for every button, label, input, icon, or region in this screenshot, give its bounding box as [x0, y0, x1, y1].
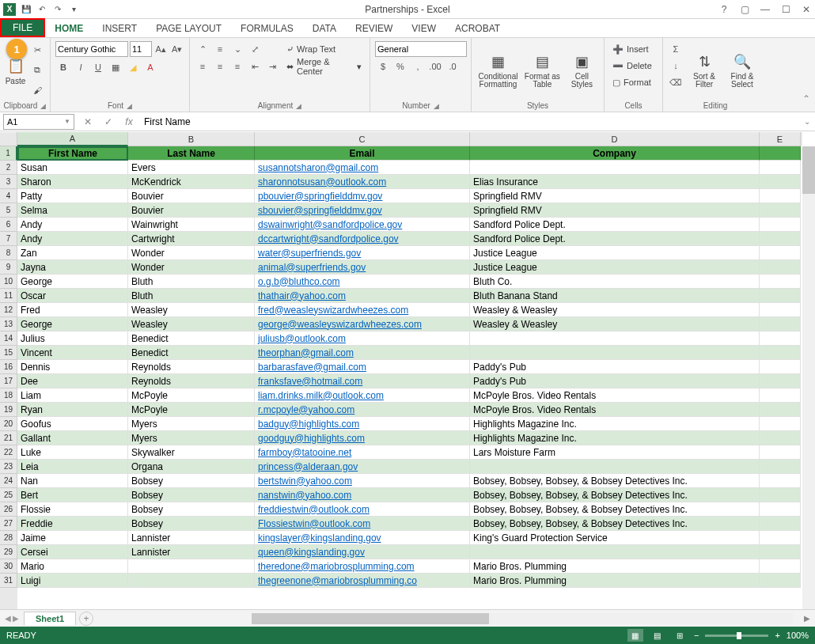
row-header[interactable]: 28 [0, 531, 17, 545]
row-header[interactable]: 18 [0, 388, 17, 403]
align-bottom-icon[interactable]: ⌄ [229, 41, 245, 57]
cell[interactable]: Sandford Police Dept. [470, 232, 760, 246]
cell[interactable]: George [17, 317, 128, 331]
cell[interactable]: Jayna [17, 260, 128, 275]
cell[interactable]: King's Guard Protection Service [470, 531, 760, 545]
row-header[interactable]: 5 [0, 203, 17, 218]
increase-decimal-icon[interactable]: .00 [427, 59, 443, 74]
collapse-ribbon-icon[interactable]: ⌃ [802, 93, 810, 104]
cell[interactable] [760, 488, 801, 502]
cell[interactable]: Jaime [17, 531, 128, 545]
number-format-select[interactable] [375, 41, 467, 57]
zoom-level[interactable]: 100% [787, 631, 809, 640]
horizontal-scrollbar[interactable] [252, 613, 793, 624]
row-header[interactable]: 20 [0, 417, 17, 431]
tab-review[interactable]: REVIEW [346, 20, 402, 37]
enter-formula-icon[interactable]: ✓ [98, 114, 119, 130]
cell[interactable] [760, 161, 801, 175]
cell[interactable] [760, 331, 801, 346]
row-header[interactable]: 14 [0, 331, 17, 346]
cell[interactable]: First Name [17, 146, 128, 161]
cell[interactable]: Wonder [128, 246, 255, 260]
cell[interactable]: goodguy@highlights.com [255, 431, 470, 445]
cell[interactable] [760, 431, 801, 445]
cell[interactable]: r.mcpoyle@yahoo.com [255, 403, 470, 417]
cell[interactable]: thegreenone@mariobrosplumming.co [255, 574, 470, 588]
currency-icon[interactable]: $ [375, 59, 391, 74]
cell[interactable]: Myers [128, 417, 255, 431]
cell[interactable] [760, 388, 801, 403]
cell[interactable]: Sandford Police Dept. [470, 218, 760, 232]
maximize-icon[interactable]: ☐ [780, 4, 791, 15]
cell[interactable]: kingslayer@kingslanding.gov [255, 531, 470, 545]
cell[interactable]: Bouvier [128, 189, 255, 203]
cell[interactable]: Flossie [17, 502, 128, 517]
alignment-launcher-icon[interactable]: ◢ [296, 102, 301, 110]
cell[interactable]: Bobsey, Bobsey, Bobsey, & Bobsey Detecti… [470, 488, 760, 502]
cell[interactable]: Patty [17, 189, 128, 203]
cell[interactable]: Weasley & Weasley [470, 317, 760, 331]
cell[interactable]: Wonder [128, 260, 255, 275]
cell[interactable]: Nan [17, 474, 128, 488]
row-header[interactable]: 13 [0, 317, 17, 331]
vertical-scrollbar[interactable] [802, 146, 815, 609]
cell[interactable] [760, 374, 801, 388]
cell[interactable]: juliusb@outlook.com [255, 331, 470, 346]
cell[interactable]: Dee [17, 374, 128, 388]
cell[interactable]: Springfield RMV [470, 189, 760, 203]
cell[interactable]: Last Name [128, 146, 255, 161]
cell[interactable]: Bert [17, 488, 128, 502]
cell[interactable]: Lars Moisture Farm [470, 445, 760, 460]
cell[interactable]: Leia [17, 460, 128, 474]
row-header[interactable]: 27 [0, 517, 17, 531]
cell[interactable]: Mario Bros. Plumming [470, 559, 760, 574]
increase-indent-icon[interactable]: ⇥ [264, 59, 280, 74]
cell[interactable]: Flossiestwin@outlook.com [255, 517, 470, 531]
cell[interactable]: Mario [17, 559, 128, 574]
underline-button[interactable]: U [90, 59, 106, 75]
format-cells-button[interactable]: ▢Format [609, 74, 658, 90]
row-header[interactable]: 8 [0, 246, 17, 260]
cell[interactable] [760, 246, 801, 260]
cell[interactable]: Justice League [470, 246, 760, 260]
cell[interactable]: fred@weasleyswizardwheezes.com [255, 303, 470, 317]
scroll-thumb[interactable] [802, 146, 815, 194]
cell[interactable]: george@weasleyswizardwheezes.com [255, 317, 470, 331]
row-header[interactable]: 4 [0, 189, 17, 203]
ribbon-options-icon[interactable]: ▢ [739, 4, 750, 15]
column-header[interactable]: B [128, 132, 255, 146]
cell[interactable]: o.g.b@bluthco.com [255, 275, 470, 289]
row-header[interactable]: 12 [0, 303, 17, 317]
cell[interactable]: dccartwright@sandfordpolice.gov [255, 232, 470, 246]
page-break-view-icon[interactable]: ⊞ [672, 629, 688, 642]
row-header[interactable]: 19 [0, 403, 17, 417]
cell[interactable]: Lannister [128, 545, 255, 559]
cell[interactable]: Bluth [128, 289, 255, 303]
name-box[interactable]: A1▼ [3, 114, 74, 130]
row-header[interactable]: 17 [0, 374, 17, 388]
align-top-icon[interactable]: ⌃ [195, 41, 210, 57]
column-header[interactable]: A [17, 132, 128, 146]
qat-customize-icon[interactable]: ▾ [68, 4, 79, 15]
font-color-icon[interactable]: A [142, 59, 158, 75]
cell[interactable]: Freddie [17, 517, 128, 531]
decrease-decimal-icon[interactable]: .0 [445, 59, 461, 74]
cell[interactable]: Cersei [17, 545, 128, 559]
font-name-select[interactable] [55, 41, 128, 57]
cell[interactable]: Weasley & Weasley [470, 303, 760, 317]
cell[interactable] [760, 545, 801, 559]
cell[interactable]: theorphan@gmail.com [255, 346, 470, 360]
cell[interactable]: Oscar [17, 289, 128, 303]
normal-view-icon[interactable]: ▦ [627, 629, 643, 642]
save-icon[interactable]: 💾 [21, 4, 32, 15]
sheet-nav-next-icon[interactable]: ▶ [13, 614, 19, 623]
cell[interactable]: liam.drinks.milk@outlook.com [255, 388, 470, 403]
cell[interactable]: Bluth Co. [470, 275, 760, 289]
borders-icon[interactable]: ▦ [108, 59, 123, 75]
cell[interactable]: Bobsey, Bobsey, Bobsey, & Bobsey Detecti… [470, 517, 760, 531]
clipboard-launcher-icon[interactable]: ◢ [40, 102, 46, 110]
zoom-slider[interactable] [705, 635, 768, 637]
cell[interactable]: pbouvier@springfielddmv.gov [255, 189, 470, 203]
cell[interactable]: Weasley [128, 317, 255, 331]
cell-styles-button[interactable]: ▣Cell Styles [565, 41, 599, 100]
